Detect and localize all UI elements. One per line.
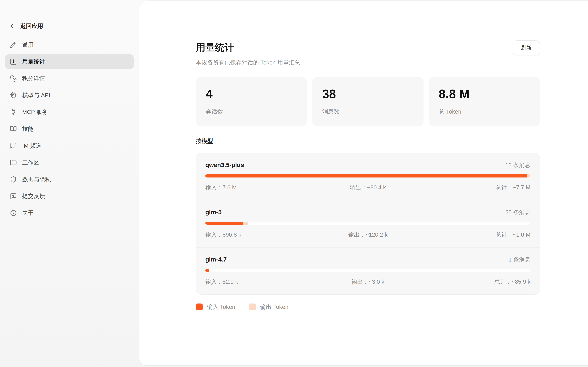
sidebar-item-label: 用量统计 <box>22 58 45 66</box>
sidebar-item-label: 提交反馈 <box>22 192 45 200</box>
feedback-plus-icon <box>10 193 17 200</box>
sessions-count: 4 <box>206 88 297 100</box>
total-tokens: 总计：~85.9 k <box>422 278 531 285</box>
model-name: glm-5 <box>205 208 222 216</box>
shield-icon <box>10 176 17 183</box>
total-tokens-label: 总 Token <box>439 108 530 116</box>
main-panel: 用量统计 本设备所有已保存对话的 Token 用量汇总。 刷新 4 会话数 38… <box>139 1 588 365</box>
sidebar-item-skills[interactable]: 技能 <box>5 121 134 136</box>
messages-count: 38 <box>322 88 413 100</box>
summary-card-sessions: 4 会话数 <box>196 77 307 126</box>
back-label: 返回应用 <box>20 22 43 30</box>
sidebar-item-label: 模型与 API <box>22 91 50 99</box>
cpu-icon <box>10 92 17 99</box>
page-header: 用量统计 本设备所有已保存对话的 Token 用量汇总。 刷新 <box>196 41 540 67</box>
token-legend: 输入 Token 输出 Token <box>196 303 540 311</box>
model-message-count: 12 条消息 <box>505 161 531 169</box>
input-tokens: 输入：896.8 k <box>205 231 314 238</box>
plug-icon <box>10 108 17 116</box>
output-tokens: 输出：~120.2 k <box>314 231 422 238</box>
output-tokens: 输出：~80.4 k <box>314 184 422 191</box>
page-title: 用量统计 <box>196 41 306 54</box>
sidebar: 返回应用 通用 用量统计 积分详情 <box>0 0 139 367</box>
model-name: qwen3.5-plus <box>205 161 244 169</box>
model-row: glm-5 25 条消息 输入：896.8 k 输出：~120.2 k 总计：~… <box>196 200 540 247</box>
messages-label: 消息数 <box>322 108 413 116</box>
coins-icon <box>10 75 17 82</box>
sessions-label: 会话数 <box>206 108 297 116</box>
input-bar-segment <box>205 174 527 177</box>
sidebar-item-models-api[interactable]: 模型与 API <box>5 88 134 103</box>
input-token-label: 输入 Token <box>207 303 235 311</box>
sidebar-item-label: MCP 服务 <box>22 108 48 116</box>
output-bar-segment <box>209 269 209 272</box>
sidebar-item-label: IM 频道 <box>22 142 41 150</box>
model-row: qwen3.5-plus 12 条消息 输入：7.6 M 输出：~80.4 k … <box>196 153 540 200</box>
bar-chart-icon <box>10 58 17 65</box>
output-token-swatch <box>249 303 256 310</box>
sidebar-item-about[interactable]: 关于 <box>5 205 134 221</box>
book-open-icon <box>10 125 17 132</box>
back-to-app-button[interactable]: 返回应用 <box>10 22 43 30</box>
sidebar-item-label: 积分详情 <box>22 75 45 82</box>
sidebar-item-data-privacy[interactable]: 数据与隐私 <box>5 172 134 187</box>
output-token-label: 输出 Token <box>260 303 288 311</box>
sidebar-item-general[interactable]: 通用 <box>5 37 134 52</box>
sidebar-item-label: 数据与隐私 <box>22 175 51 183</box>
total-tokens-count: 8.8 M <box>439 88 530 100</box>
total-tokens: 总计：~1.0 M <box>422 231 531 238</box>
input-bar-segment <box>205 222 243 225</box>
sidebar-item-mcp[interactable]: MCP 服务 <box>5 105 134 120</box>
token-usage-bar <box>205 222 531 225</box>
settings-window: 返回应用 通用 用量统计 积分详情 <box>0 0 588 367</box>
summary-card-messages: 38 消息数 <box>312 77 423 126</box>
usage-stats-page: 用量统计 本设备所有已保存对话的 Token 用量汇总。 刷新 4 会话数 38… <box>196 1 540 311</box>
sidebar-item-workspace[interactable]: 工作区 <box>5 155 134 170</box>
sidebar-item-label: 关于 <box>22 209 34 217</box>
sidebar-item-feedback[interactable]: 提交反馈 <box>5 189 134 204</box>
summary-cards: 4 会话数 38 消息数 8.8 M 总 Token <box>196 77 540 126</box>
chat-bubble-icon <box>10 142 17 149</box>
legend-item-output: 输出 Token <box>249 303 288 311</box>
info-icon <box>10 210 17 217</box>
input-token-swatch <box>196 303 203 310</box>
sidebar-item-credits[interactable]: 积分详情 <box>5 71 134 86</box>
input-tokens: 输入：82.9 k <box>205 278 314 285</box>
arrow-left-icon <box>10 23 16 29</box>
token-usage-bar <box>205 269 531 272</box>
model-name: glm-4.7 <box>205 256 227 263</box>
input-bar-segment <box>205 269 209 272</box>
page-subtitle: 本设备所有已保存对话的 Token 用量汇总。 <box>196 58 306 67</box>
token-usage-bar <box>205 174 531 177</box>
page-header-text: 用量统计 本设备所有已保存对话的 Token 用量汇总。 <box>196 41 306 67</box>
model-usage-list: qwen3.5-plus 12 条消息 输入：7.6 M 输出：~80.4 k … <box>196 153 540 295</box>
output-tokens: 输出：~3.0 k <box>314 278 422 285</box>
model-message-count: 25 条消息 <box>505 209 531 216</box>
output-bar-segment <box>527 174 530 177</box>
output-bar-segment <box>243 222 248 225</box>
model-message-count: 1 条消息 <box>508 256 530 263</box>
refresh-button[interactable]: 刷新 <box>513 41 540 55</box>
legend-item-input: 输入 Token <box>196 303 235 311</box>
sidebar-item-label: 技能 <box>22 125 34 133</box>
sidebar-item-label: 工作区 <box>22 159 40 167</box>
sidebar-item-usage-stats[interactable]: 用量统计 <box>5 54 134 69</box>
by-model-heading: 按模型 <box>196 137 540 145</box>
model-row: glm-4.7 1 条消息 输入：82.9 k 输出：~3.0 k 总计：~85… <box>196 247 540 294</box>
sidebar-item-label: 通用 <box>22 41 34 49</box>
folder-icon <box>10 159 17 166</box>
total-tokens: 总计：~7.7 M <box>422 184 531 191</box>
pencil-icon <box>10 42 17 48</box>
sidebar-nav: 通用 用量统计 积分详情 模型与 API <box>5 37 134 221</box>
summary-card-total-tokens: 8.8 M 总 Token <box>429 77 540 126</box>
input-tokens: 输入：7.6 M <box>205 184 314 191</box>
sidebar-item-im-channels[interactable]: IM 频道 <box>5 138 134 153</box>
